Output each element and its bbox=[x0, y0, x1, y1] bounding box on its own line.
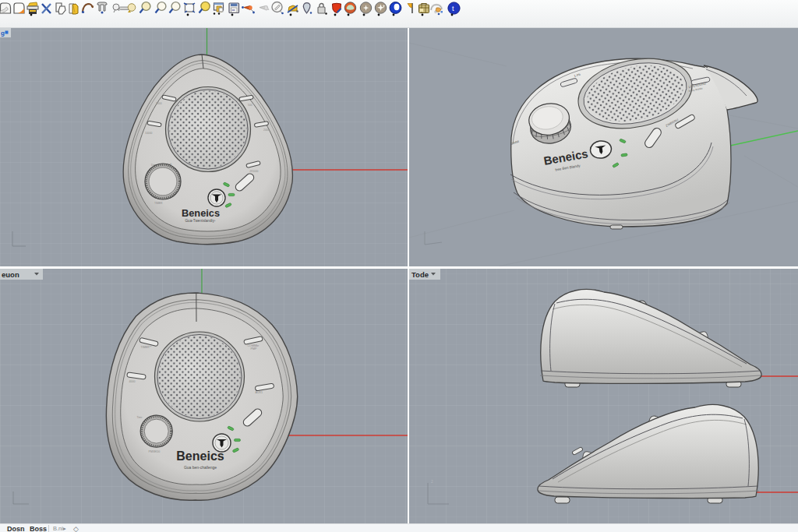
svg-text:euon: euon bbox=[2, 270, 19, 279]
svg-text:2: 2 bbox=[431, 479, 433, 484]
svg-text:g: g bbox=[1, 30, 5, 37]
svg-text:Tode: Tode bbox=[411, 270, 429, 279]
